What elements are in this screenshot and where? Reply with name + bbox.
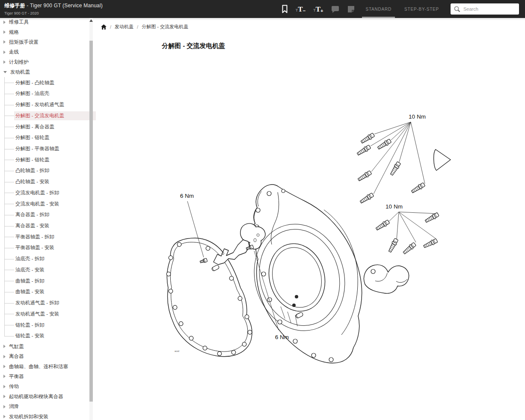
sidebar-subitem-label: 链轮盖 - 拆卸 xyxy=(15,322,44,328)
sidebar-scrollbar[interactable] xyxy=(89,18,93,420)
sidebar-item-7[interactable]: 离合器 xyxy=(0,351,96,361)
sidebar-subitem-5[interactable]: 分解图 - 链轮盖 xyxy=(0,132,96,143)
scrollbar-thumb[interactable] xyxy=(89,41,93,402)
sidebar-item-2[interactable]: 扭矩扳手设置 xyxy=(0,37,96,47)
sidebar-subitem-4[interactable]: 分解图 - 离合器盖 xyxy=(0,121,96,132)
sidebar-subitem-8[interactable]: 凸轮轴盖 - 拆卸 xyxy=(0,165,96,176)
manual-subtitle: Tiger 900 GT - 2020 xyxy=(4,11,103,15)
sidebar-subitem-21[interactable]: 发动机通气盖 - 安装 xyxy=(0,308,96,319)
sidebar-subitem-label: 凸轮轴盖 - 安装 xyxy=(15,179,49,185)
chevron-right-icon[interactable] xyxy=(3,405,6,408)
chevron-right-icon[interactable] xyxy=(3,40,6,44)
sidebar-subitem-13[interactable]: 离合器盖 - 安装 xyxy=(0,220,96,232)
sidebar-item-1[interactable]: 规格 xyxy=(0,27,96,37)
torque-label: 6 Nm xyxy=(275,334,289,340)
torque-label: 10 Nm xyxy=(409,113,426,120)
sidebar-subitem-17[interactable]: 油底壳 - 安装 xyxy=(0,265,96,276)
breadcrumb-item[interactable]: 发动机盖 xyxy=(115,24,133,30)
sidebar-subitem-10[interactable]: 交流发电机盖 - 拆卸 xyxy=(0,188,96,199)
sidebar-subitem-12[interactable]: 离合器盖 - 拆卸 xyxy=(0,209,96,220)
breadcrumb: / 发动机盖 / 分解图 - 交流发电机盖 xyxy=(101,24,188,30)
exploded-diagram: 6 Nm10 Nm10 Nm6 Nm acod xyxy=(96,56,525,420)
sidebar-item-8[interactable]: 曲轴箱、曲轴、连杆和活塞 xyxy=(0,361,96,371)
sidebar-subitem-23[interactable]: 链轮盖 - 安装 xyxy=(0,331,96,342)
font-increase-icon: TT+ xyxy=(313,6,323,13)
chevron-right-icon[interactable] xyxy=(3,375,6,378)
bookmark-button[interactable] xyxy=(278,0,292,18)
sidebar-subitem-label: 平衡器轴盖 - 拆卸 xyxy=(15,234,54,240)
tab-step-by-step[interactable]: STEP-BY-STEP xyxy=(400,0,443,18)
alternator-cover xyxy=(242,185,362,363)
chevron-right-icon[interactable] xyxy=(3,30,6,34)
home-icon[interactable] xyxy=(101,24,107,30)
sidebar-item-label: 起动机驱动和楔块离合器 xyxy=(9,393,63,400)
sidebar-subitem-15[interactable]: 平衡器轴盖 - 安装 xyxy=(0,242,96,253)
sidebar-item-6[interactable]: 气缸盖 xyxy=(0,342,96,351)
sidebar-subitem-9[interactable]: 凸轮轴盖 - 安装 xyxy=(0,176,96,188)
chevron-right-icon[interactable] xyxy=(3,365,6,368)
sidebar-children: 分解图 - 凸轮轴盖分解图 - 油底壳分解图 - 发动机通气盖分解图 - 交流发… xyxy=(0,77,96,341)
sidebar-subitem-16[interactable]: 油底壳 - 拆卸 xyxy=(0,253,96,265)
sidebar-subitem-19[interactable]: 曲轴盖 - 安装 xyxy=(0,286,96,298)
sidebar-item-0[interactable]: 维修工具 xyxy=(0,18,96,27)
sidebar-item-5[interactable]: 发动机盖 xyxy=(0,67,96,77)
tab-standard[interactable]: STANDARD xyxy=(361,0,396,18)
sidebar-subitem-label: 平衡器轴盖 - 安装 xyxy=(15,244,54,251)
chevron-right-icon[interactable] xyxy=(3,345,6,348)
sidebar-subitem-18[interactable]: 曲轴盖 - 拆卸 xyxy=(0,275,96,286)
chevron-down-icon[interactable] xyxy=(3,71,7,73)
scroll-up-arrow-icon[interactable] xyxy=(89,19,93,22)
sidebar-subitem-1[interactable]: 分解图 - 油底壳 xyxy=(0,88,96,99)
breadcrumb-item-current[interactable]: 分解图 - 交流发电机盖 xyxy=(142,24,188,30)
font-increase-button[interactable]: TT+ xyxy=(309,0,327,18)
sidebar-item-13[interactable]: 发动机拆卸和安装 xyxy=(0,411,96,420)
sidebar-item-12[interactable]: 润滑 xyxy=(0,402,96,411)
sidebar-item-4[interactable]: 计划维护 xyxy=(0,57,96,67)
main-content: / 发动机盖 / 分解图 - 交流发电机盖 分解图 - 交流发电机盖 xyxy=(96,18,525,420)
chevron-right-icon[interactable] xyxy=(3,415,6,418)
breadcrumb-separator: / xyxy=(137,24,138,30)
font-decrease-button[interactable]: TT− xyxy=(292,0,309,18)
comment-icon xyxy=(331,5,339,13)
sidebar-subitem-22[interactable]: 链轮盖 - 拆卸 xyxy=(0,319,96,331)
sidebar-subitem-11[interactable]: 交流发电机盖 - 安装 xyxy=(0,198,96,209)
search-input[interactable] xyxy=(451,3,519,15)
sidebar-subitem-0[interactable]: 分解图 - 凸轮轴盖 xyxy=(0,77,96,88)
sidebar-subitem-label: 分解图 - 平衡器轴盖 xyxy=(15,146,59,152)
sidebar-item-10[interactable]: 传动 xyxy=(0,381,96,391)
sidebar-item-label: 发动机拆卸和安装 xyxy=(9,414,48,420)
sidebar-subitem-label: 曲轴盖 - 安装 xyxy=(15,289,44,295)
sidebar: 维修工具规格扭矩扳手设置走线计划维护发动机盖分解图 - 凸轮轴盖分解图 - 油底… xyxy=(0,18,96,420)
note-icon xyxy=(347,5,355,13)
font-decrease-icon: TT− xyxy=(296,6,306,13)
note-button[interactable] xyxy=(343,0,359,18)
sidebar-subitem-14[interactable]: 平衡器轴盖 - 拆卸 xyxy=(0,231,96,242)
sidebar-item-9[interactable]: 平衡器 xyxy=(0,372,96,381)
sidebar-subitem-20[interactable]: 发动机通气盖 - 拆卸 xyxy=(0,298,96,309)
chevron-right-icon[interactable] xyxy=(3,51,6,54)
sidebar-subitem-6[interactable]: 分解图 - 平衡器轴盖 xyxy=(0,143,96,155)
sidebar-subitem-label: 分解图 - 链轮盖 xyxy=(15,157,49,163)
torque-label: 10 Nm xyxy=(386,203,403,210)
sidebar-subitem-2[interactable]: 分解图 - 发动机通气盖 xyxy=(0,99,96,110)
sidebar-subitem-7[interactable]: 分解图 - 链轮盖 xyxy=(0,154,96,165)
hook-bracket xyxy=(364,265,409,293)
bolt-cluster-lower xyxy=(375,212,439,255)
chevron-right-icon[interactable] xyxy=(3,355,6,358)
page-title: 分解图 - 交流发电机盖 xyxy=(162,42,225,50)
chevron-right-icon[interactable] xyxy=(3,385,6,388)
sidebar-item-11[interactable]: 起动机驱动和楔块离合器 xyxy=(0,392,96,402)
manual-title: 维修手册 - Tiger 900 GT (Service Manual) xyxy=(4,2,103,9)
sidebar-item-label: 维修工具 xyxy=(9,19,29,25)
sidebar-subitem-label: 分解图 - 交流发电机盖 xyxy=(15,113,64,119)
comment-button[interactable] xyxy=(327,0,343,18)
sidebar-item-3[interactable]: 走线 xyxy=(0,47,96,57)
sidebar-subitem-label: 凸轮轴盖 - 拆卸 xyxy=(15,167,49,174)
manual-title-block: 维修手册 - Tiger 900 GT (Service Manual) Tig… xyxy=(4,2,103,15)
chevron-right-icon[interactable] xyxy=(3,21,6,24)
chevron-right-icon[interactable] xyxy=(3,395,6,398)
bolt-cluster-top xyxy=(356,122,426,204)
chevron-right-icon[interactable] xyxy=(3,60,6,64)
sidebar-subitem-label: 发动机通气盖 - 安装 xyxy=(15,311,59,317)
sidebar-subitem-3[interactable]: 分解图 - 交流发电机盖 xyxy=(0,110,96,122)
